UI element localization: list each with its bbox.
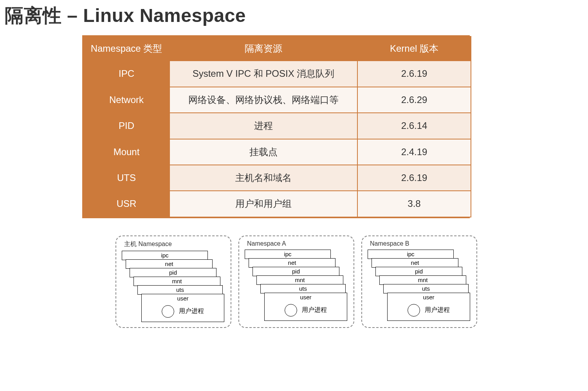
- cell-kernel: 3.8: [357, 191, 471, 217]
- layer-label: user: [388, 293, 470, 302]
- layer-uts: uts: [383, 284, 469, 293]
- layer-label: uts: [384, 284, 468, 293]
- layer-label: user: [142, 294, 224, 303]
- cell-type: USR: [83, 191, 170, 217]
- table-row: Network网络设备、网络协议栈、网络端口等2.6.29: [83, 87, 471, 113]
- table-header-row: Namespace 类型 隔离资源 Kernel 版本: [83, 36, 471, 61]
- cell-type: UTS: [83, 165, 170, 191]
- layer-label: pid: [130, 268, 216, 277]
- cell-type: Mount: [83, 139, 170, 165]
- table-row: PID进程2.6.14: [83, 113, 471, 139]
- table-row: IPCSystem V IPC 和 POSIX 消息队列2.6.19: [83, 61, 471, 87]
- layer-label: mnt: [257, 276, 343, 284]
- layer-label: net: [249, 259, 335, 267]
- table-row: Mount挂载点2.4.19: [83, 139, 471, 165]
- cell-type: Network: [83, 87, 170, 113]
- namespace-layer-stack: ipcnetpidmntutsuser用户进程: [245, 250, 347, 322]
- cell-kernel: 2.6.19: [357, 165, 471, 191]
- namespace-table: Namespace 类型 隔离资源 Kernel 版本 IPCSystem V …: [82, 35, 470, 218]
- layer-user: user用户进程: [141, 294, 224, 322]
- cell-resource: 网络设备、网络协议栈、网络端口等: [170, 87, 357, 113]
- header-type: Namespace 类型: [83, 36, 170, 61]
- layer-uts: uts: [260, 284, 346, 293]
- cell-kernel: 2.6.29: [357, 87, 471, 113]
- layer-user: user用户进程: [264, 293, 347, 321]
- layer-net: net: [126, 259, 213, 269]
- process-label: 用户进程: [302, 306, 327, 314]
- layer-pid: pid: [375, 267, 462, 276]
- namespace-diagrams: 主机 Namespaceipcnetpidmntutsuser用户进程Names…: [115, 235, 588, 328]
- layer-label: uts: [261, 284, 345, 293]
- process-circle-icon: [162, 305, 174, 318]
- namespace-box-title: Namespace A: [245, 240, 348, 247]
- cell-resource: 主机名和域名: [170, 165, 357, 191]
- table-row: UTS主机名和域名2.6.19: [83, 165, 471, 191]
- layer-ipc: ipc: [122, 251, 208, 260]
- namespace-box: 主机 Namespaceipcnetpidmntutsuser用户进程: [115, 235, 231, 328]
- layer-pid: pid: [130, 268, 216, 277]
- slide-title: 隔离性 – Linux Namespace: [0, 3, 588, 28]
- layer-net: net: [249, 258, 335, 268]
- process-circle-icon: [285, 304, 297, 317]
- header-kernel: Kernel 版本: [357, 36, 471, 61]
- namespace-box: Namespace Aipcnetpidmntutsuser用户进程: [238, 235, 354, 328]
- layer-label: mnt: [380, 276, 466, 284]
- layer-label: mnt: [134, 277, 220, 286]
- layer-label: ipc: [122, 251, 207, 260]
- layer-mnt: mnt: [133, 277, 220, 286]
- layer-net: net: [372, 258, 458, 268]
- layer-mnt: mnt: [256, 275, 343, 285]
- namespace-layer-stack: ipcnetpidmntutsuser用户进程: [122, 251, 224, 324]
- cell-kernel: 2.6.19: [357, 61, 471, 87]
- table-row: USR用户和用户组3.8: [83, 191, 471, 217]
- layer-label: pid: [253, 267, 339, 276]
- user-process: 用户进程: [142, 305, 224, 318]
- cell-resource: 用户和用户组: [170, 191, 357, 217]
- layer-label: net: [126, 260, 212, 268]
- layer-label: ipc: [368, 250, 453, 259]
- cell-type: PID: [83, 113, 170, 139]
- namespace-box-title: 主机 Namespace: [122, 240, 225, 248]
- user-process: 用户进程: [265, 304, 347, 317]
- namespace-layer-stack: ipcnetpidmntutsuser用户进程: [368, 250, 470, 322]
- process-label: 用户进程: [425, 306, 450, 314]
- cell-type: IPC: [83, 61, 170, 87]
- layer-label: net: [372, 259, 458, 267]
- layer-mnt: mnt: [379, 275, 466, 285]
- user-process: 用户进程: [388, 304, 470, 317]
- layer-label: ipc: [245, 250, 330, 259]
- layer-pid: pid: [253, 267, 339, 276]
- namespace-box: Namespace Bipcnetpidmntutsuser用户进程: [361, 235, 477, 328]
- layer-ipc: ipc: [245, 250, 331, 259]
- layer-uts: uts: [137, 285, 223, 295]
- layer-ipc: ipc: [368, 250, 454, 259]
- layer-label: user: [265, 293, 347, 302]
- cell-resource: 进程: [170, 113, 357, 139]
- process-label: 用户进程: [179, 307, 204, 315]
- cell-kernel: 2.6.14: [357, 113, 471, 139]
- layer-label: pid: [376, 267, 462, 276]
- cell-resource: 挂载点: [170, 139, 357, 165]
- header-resource: 隔离资源: [170, 36, 357, 61]
- cell-resource: System V IPC 和 POSIX 消息队列: [170, 61, 357, 87]
- namespace-box-title: Namespace B: [368, 240, 471, 247]
- cell-kernel: 2.4.19: [357, 139, 471, 165]
- layer-label: uts: [138, 286, 222, 294]
- layer-user: user用户进程: [387, 293, 470, 321]
- process-circle-icon: [408, 304, 420, 317]
